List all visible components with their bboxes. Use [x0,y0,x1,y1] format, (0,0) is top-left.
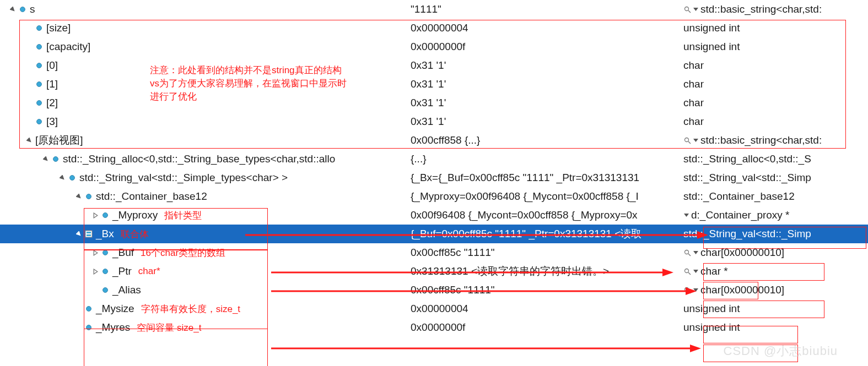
dropdown-icon[interactable] [693,251,698,254]
watch-row[interactable]: [1]0x31 '1'char [0,75,868,94]
svg-rect-16 [87,232,91,233]
magnifier-icon[interactable] [683,249,692,257]
svg-point-24 [103,288,108,293]
expander-closed-icon[interactable] [91,267,99,275]
row-type: char * [700,265,728,277]
dropdown-icon[interactable] [693,270,698,273]
watch-row[interactable]: [capacity]0x0000000funsigned int [0,37,868,56]
watch-row[interactable]: _Buf16个char类型的数组0x00cff85c "1111"char[0x… [0,243,868,262]
svg-point-8 [37,119,42,124]
expander-open-icon[interactable] [58,174,66,182]
row-value: {...} [411,153,427,165]
expander-closed-icon[interactable] [91,211,99,219]
expander-placeholder [91,286,99,294]
row-value: 0x31 '1' [411,97,446,109]
row-name: [3] [46,116,58,128]
watch-row[interactable]: [3]0x31 '1'char [0,112,868,131]
field-icon [68,174,76,182]
field-icon [35,43,43,51]
magnifier-icon[interactable] [683,286,692,294]
expander-open-icon[interactable] [75,230,83,238]
row-name: [原始视图] [35,133,83,148]
expander-open-icon[interactable] [42,155,50,163]
watch-row[interactable]: [原始视图]0x00cff858 {...}std::basic_string<… [0,131,868,150]
row-value: 0x0000000f [411,41,465,53]
row-type: unsigned int [683,41,740,53]
field-icon [35,118,43,125]
svg-point-27 [87,307,91,312]
svg-line-2 [688,10,691,13]
row-value: 0x00f96408 {_Mycont=0x00cff858 {_Myproxy… [411,209,638,221]
expander-open-icon[interactable] [9,6,17,13]
dropdown-icon[interactable] [693,288,698,292]
inline-annotation: 指针类型 [164,209,202,222]
row-type: char [683,78,704,90]
svg-point-28 [87,325,91,330]
row-name: [size] [46,22,71,34]
watch-row[interactable]: _Ptrchar*0x31313131 <读取字符串的字符时出错。>char * [0,262,868,281]
row-value: {_Buf=0x00cff85c "1111" _Ptr=0x31313131 … [411,227,641,241]
row-type: std::_String_val<std::_Simp [683,172,811,184]
row-value: 0x31 '1' [411,116,446,128]
row-type: std::_String_val<std::_Simp [683,228,811,240]
union-icon [85,230,93,238]
magnifier-icon[interactable] [683,136,692,145]
watch-row[interactable]: _Mysize字符串有效长度，size_t0x00000004unsigned … [0,299,868,318]
row-type: char [683,116,704,128]
field-icon [101,211,109,219]
row-value: {_Myproxy=0x00f96408 {_Mycont=0x00cff858… [411,190,639,203]
field-icon [101,267,109,275]
svg-rect-15 [85,231,92,237]
expander-placeholder [25,24,33,32]
expander-open-icon[interactable] [75,193,83,200]
svg-point-1 [685,7,689,10]
expander-placeholder [25,80,33,88]
watch-row[interactable]: std::_String_val<std::_Simple_types<char… [0,168,868,187]
svg-point-4 [37,45,42,50]
field-icon [19,6,26,13]
row-type: unsigned int [683,303,740,315]
watch-row[interactable]: [2]0x31 '1'char [0,94,868,112]
field-icon [101,286,109,294]
expander-closed-icon[interactable] [91,249,99,256]
watch-row[interactable]: _Myproxy指针类型0x00f96408 {_Mycont=0x00cff8… [0,206,868,225]
field-icon [35,24,43,32]
svg-line-10 [688,141,691,144]
watch-row[interactable]: [size]0x00000004unsigned int [0,19,868,37]
row-name: s [30,3,35,15]
watch-row[interactable]: std::_String_alloc<0,std::_String_base_t… [0,150,868,168]
row-value: "1111" [411,3,441,15]
inline-annotation: 联合体 [121,228,149,241]
magnifier-icon[interactable] [683,6,692,14]
magnifier-icon[interactable] [683,267,692,276]
expander-open-icon[interactable] [25,136,33,144]
svg-point-9 [685,138,689,141]
svg-point-25 [685,287,689,291]
row-name: _Bx [96,228,114,240]
svg-point-5 [37,63,42,68]
expander-placeholder [75,305,83,313]
watch-row[interactable]: _Bx联合体{_Buf=0x00cff85c "1111" _Ptr=0x313… [0,225,868,243]
svg-point-19 [685,250,689,254]
watch-row[interactable]: s"1111"std::basic_string<char,std: [0,0,868,19]
field-icon [85,324,93,331]
svg-point-13 [87,194,91,199]
watch-row[interactable]: [0]0x31 '1'char [0,56,868,75]
svg-marker-36 [690,345,701,352]
watch-row[interactable]: std::_Container_base12{_Myproxy=0x00f964… [0,187,868,206]
dropdown-icon[interactable] [683,214,689,217]
svg-point-7 [37,101,42,106]
row-type: char [683,97,704,109]
watch-row[interactable]: _Alias0x00cff85c "1111"char[0x00000010] [0,281,868,299]
svg-point-6 [37,82,42,87]
row-value: 0x31 '1' [411,78,446,90]
row-name: _Buf [112,247,134,259]
row-name: _Myproxy [112,209,158,221]
row-value: 0x00cff85c "1111" [411,247,495,259]
dropdown-icon[interactable] [693,8,698,11]
row-type: unsigned int [683,22,740,34]
dropdown-icon[interactable] [693,139,698,142]
watch-row[interactable]: _Myres空间容量 size_t0x0000000funsigned int [0,318,868,337]
svg-line-23 [688,272,691,275]
row-name: _Myres [96,321,130,334]
